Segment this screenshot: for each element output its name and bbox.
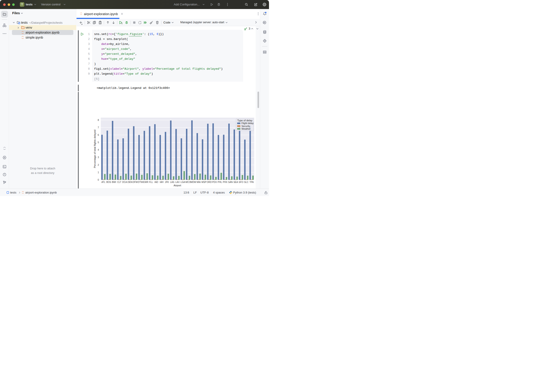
svg-text:Flight delay: Flight delay <box>241 122 254 125</box>
svg-text:LAX: LAX <box>175 181 180 183</box>
svg-text:2: 2 <box>98 163 99 166</box>
svg-text:5: 5 <box>98 141 99 144</box>
svg-text:6: 6 <box>98 134 99 136</box>
svg-text:IAD: IAD <box>154 181 158 183</box>
svg-text:IAH: IAH <box>160 181 164 183</box>
svg-text:LGA: LGA <box>180 181 185 183</box>
svg-text:PHL: PHL <box>217 181 222 183</box>
svg-text:4: 4 <box>98 148 99 151</box>
svg-text:BOS: BOS <box>106 181 111 183</box>
svg-text:BWI: BWI <box>112 181 116 183</box>
svg-text:1: 1 <box>98 171 99 174</box>
svg-text:MCO: MCO <box>185 181 191 183</box>
svg-text:3: 3 <box>98 156 99 159</box>
svg-text:PHX: PHX <box>223 181 227 183</box>
svg-text:8: 8 <box>98 119 99 121</box>
svg-text:TPA: TPA <box>249 181 254 183</box>
svg-text:SLC: SLC <box>244 181 249 183</box>
svg-text:ORD: ORD <box>207 181 212 183</box>
svg-text:MSP: MSP <box>202 181 207 183</box>
svg-text:Airport: Airport <box>174 184 181 187</box>
svg-text:DCA: DCA <box>122 181 127 183</box>
svg-text:FLL: FLL <box>149 181 153 183</box>
svg-text:0: 0 <box>98 178 99 181</box>
svg-text:SAN: SAN <box>228 181 233 183</box>
svg-text:Type of delay: Type of delay <box>237 119 253 122</box>
svg-text:Percentage of total flights de: Percentage of total flights delayed <box>94 130 96 168</box>
svg-text:DEN: DEN <box>127 181 132 183</box>
svg-text:DTW: DTW <box>138 181 143 183</box>
svg-text:Security: Security <box>241 125 250 127</box>
svg-text:LAS: LAS <box>170 181 175 183</box>
svg-text:MDW: MDW <box>190 181 196 183</box>
svg-text:ATL: ATL <box>101 181 105 183</box>
svg-text:DFW: DFW <box>133 181 138 183</box>
svg-text:Weather: Weather <box>241 127 250 130</box>
svg-text:CLT: CLT <box>117 181 121 183</box>
svg-text:7: 7 <box>98 126 99 129</box>
svg-text:JFK: JFK <box>165 181 169 183</box>
svg-text:EWR: EWR <box>143 181 148 183</box>
svg-text:PDX: PDX <box>212 181 217 183</box>
svg-text:SFO: SFO <box>239 181 244 183</box>
svg-text:MIA: MIA <box>197 181 201 183</box>
svg-text:SEA: SEA <box>233 181 238 183</box>
